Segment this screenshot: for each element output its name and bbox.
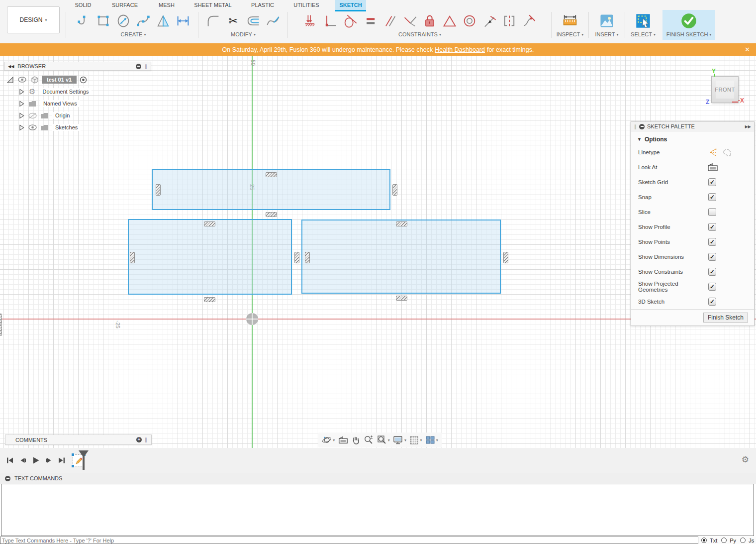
trim-tool-button[interactable]: ✂ <box>223 11 243 31</box>
tab-mesh[interactable]: MESH <box>153 0 180 10</box>
visibility-eye-icon[interactable] <box>28 124 37 130</box>
go-to-end-button[interactable] <box>56 454 68 466</box>
visibility-off-eye-icon[interactable] <box>28 112 37 119</box>
drag-handle-icon[interactable]: ∥ <box>634 124 637 129</box>
display-settings-button[interactable]: ▾ <box>393 435 406 445</box>
constraint-glyph[interactable] <box>396 221 407 226</box>
browser-row-named-views[interactable]: Named Views <box>19 99 80 108</box>
zoom-button[interactable] <box>364 435 374 445</box>
mode-label-py[interactable]: Py <box>730 538 736 544</box>
step-back-button[interactable] <box>17 454 29 466</box>
browser-row-origin[interactable]: Origin <box>19 111 73 120</box>
visibility-eye-icon[interactable] <box>18 77 26 83</box>
sketch-palette-header[interactable]: ∥ SKETCH PALETTE ▶▶ <box>631 122 754 131</box>
browser-row-sketches[interactable]: Sketches <box>19 123 81 132</box>
origin-point[interactable] <box>246 313 258 325</box>
perpendicular-constraint-button[interactable] <box>400 11 420 31</box>
midpoint-constraint-button[interactable] <box>440 11 460 31</box>
curvature-constraint-button[interactable] <box>519 11 539 31</box>
collapse-panel-icon[interactable]: ◀◀ <box>8 64 14 69</box>
constraint-glyph[interactable] <box>266 172 277 177</box>
mode-label-js[interactable]: Js <box>749 538 754 544</box>
expanded-arrow-icon[interactable] <box>7 77 13 83</box>
constraint-glyph[interactable] <box>0 314 2 325</box>
mirror-tool-button[interactable] <box>153 11 173 31</box>
document-name[interactable]: test 01 v1 <box>42 76 77 84</box>
finish-sketch-palette-button[interactable]: Finish Sketch <box>703 313 748 323</box>
options-section-toggle[interactable]: ▼ Options <box>631 131 754 145</box>
sketch-rectangle-right[interactable] <box>301 219 501 294</box>
slice-checkbox[interactable] <box>708 208 716 216</box>
mode-radio-txt[interactable] <box>701 538 707 543</box>
collinear-constraint-button[interactable] <box>479 11 499 31</box>
minimize-icon[interactable] <box>5 476 10 481</box>
constraint-glyph[interactable] <box>305 252 310 263</box>
show-dimensions-checkbox[interactable]: ✓ <box>708 253 716 261</box>
inspect-dropdown[interactable]: INSPECT ▾ <box>557 31 584 37</box>
circle-tool-button[interactable] <box>113 11 133 31</box>
grid-settings-button[interactable]: ▾ <box>409 435 422 445</box>
spline-tool-button[interactable] <box>133 11 153 31</box>
rectangle-tool-button[interactable] <box>94 11 113 31</box>
constraint-glyph[interactable] <box>392 184 397 196</box>
banner-close-button[interactable]: ✕ <box>745 43 750 56</box>
tab-solid[interactable]: SOLID <box>69 0 97 10</box>
sketch-grid-checkbox[interactable]: ✓ <box>708 178 716 186</box>
fillet-tool-button[interactable] <box>203 11 223 31</box>
text-commands-output[interactable] <box>1 484 754 536</box>
browser-panel-header[interactable]: ◀◀ BROWSER ∥ <box>4 62 151 71</box>
equal-constraint-button[interactable] <box>360 11 380 31</box>
step-forward-button[interactable] <box>43 454 55 466</box>
text-commands-header[interactable]: TEXT COMMANDS <box>0 473 756 484</box>
concentric-constraint-button[interactable] <box>460 11 479 31</box>
tab-sheet-metal[interactable]: SHEET METAL <box>191 0 235 10</box>
finish-sketch-button[interactable] <box>679 11 699 31</box>
3d-sketch-checkbox[interactable]: ✓ <box>708 298 716 306</box>
timeline-position-marker-pole[interactable] <box>83 451 85 470</box>
constraint-glyph[interactable] <box>294 252 299 263</box>
measure-tool-button[interactable] <box>560 11 580 31</box>
text-commands-input[interactable] <box>0 537 698 544</box>
constraint-glyph[interactable] <box>204 297 215 302</box>
browser-row-document-settings[interactable]: ⚙ Document Settings <box>19 87 92 96</box>
tangent-constraint-button[interactable] <box>340 11 360 31</box>
select-dropdown[interactable]: SELECT ▾ <box>631 31 656 37</box>
show-profile-checkbox[interactable]: ✓ <box>708 223 716 231</box>
browser-item-label[interactable]: Document Settings <box>39 88 92 95</box>
viewports-button[interactable]: ▾ <box>425 435 438 445</box>
break-tool-button[interactable] <box>263 11 283 31</box>
mode-radio-py[interactable] <box>721 538 727 543</box>
symmetry-constraint-button[interactable] <box>499 11 519 31</box>
dimension-tool-button[interactable] <box>173 11 193 31</box>
constraint-glyph[interactable] <box>156 184 161 196</box>
minimize-icon[interactable] <box>136 64 141 69</box>
constraints-dropdown[interactable]: CONSTRAINTS ▾ <box>398 31 441 37</box>
go-to-start-button[interactable] <box>4 454 16 466</box>
sketch-canvas[interactable]: 50 25 -25 ◀◀ BROWSER ∥ <box>0 56 756 448</box>
timeline-settings-gear-icon[interactable]: ⚙ <box>742 454 749 465</box>
projected-linetype-icon[interactable] <box>722 148 732 157</box>
collapsed-arrow-icon[interactable] <box>19 124 24 131</box>
activate-radio-icon[interactable] <box>80 76 87 84</box>
select-tool-button[interactable] <box>633 11 653 31</box>
fix-unfix-constraint-button[interactable] <box>420 11 440 31</box>
add-comment-icon[interactable] <box>136 437 142 442</box>
drag-handle-icon[interactable]: ∥ <box>145 64 147 69</box>
look-at-button[interactable] <box>338 435 348 444</box>
browser-item-label[interactable]: Named Views <box>40 100 80 107</box>
show-projected-geometries-checkbox[interactable]: ✓ <box>708 283 716 291</box>
show-points-checkbox[interactable]: ✓ <box>708 238 716 246</box>
finish-sketch-dropdown[interactable]: FINISH SKETCH ▾ <box>666 31 712 37</box>
coincident-constraint-button[interactable] <box>300 11 320 31</box>
constraint-glyph[interactable] <box>396 296 407 301</box>
collapsed-arrow-icon[interactable] <box>19 89 24 95</box>
tab-utilities[interactable]: UTILITIES <box>288 0 324 10</box>
look-at-icon[interactable] <box>707 163 718 172</box>
tab-plastic[interactable]: PLASTIC <box>247 0 279 10</box>
play-button[interactable] <box>30 454 42 466</box>
create-dropdown[interactable]: CREATE ▾ <box>121 31 146 37</box>
vertical-horizontal-constraint-button[interactable] <box>320 11 340 31</box>
mode-label-txt[interactable]: Txt <box>710 538 717 544</box>
constraint-glyph[interactable] <box>204 221 215 226</box>
health-dashboard-link[interactable]: Health Dashboard <box>435 46 485 53</box>
